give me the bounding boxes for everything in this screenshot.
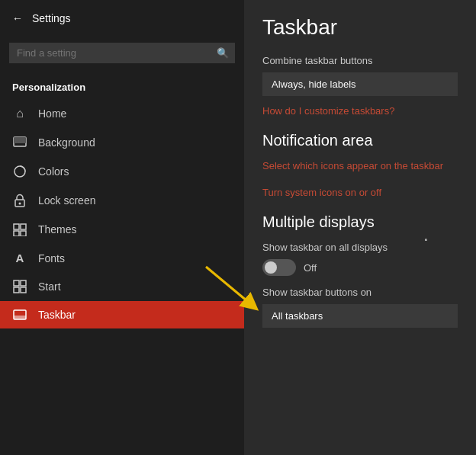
home-icon: ⌂ — [12, 107, 27, 120]
taskbar-icon — [12, 309, 27, 320]
svg-rect-10 — [21, 280, 26, 286]
sidebar-item-background[interactable]: Background — [0, 128, 244, 157]
taskbar-buttons-dropdown[interactable]: All taskbars — [262, 304, 458, 328]
svg-rect-11 — [14, 287, 19, 293]
sidebar-item-colors[interactable]: Colors — [0, 157, 244, 186]
colors-icon — [12, 165, 27, 178]
svg-rect-1 — [14, 137, 26, 143]
nav-label-colors: Colors — [38, 165, 69, 178]
main-content: Taskbar Combine taskbar buttons Always, … — [244, 0, 476, 455]
toggle-row: Off — [262, 259, 458, 276]
search-icon: 🔍 — [217, 47, 229, 59]
multiple-displays-heading: Multiple displays — [262, 213, 458, 231]
personalization-label: Personalization — [0, 69, 244, 99]
combine-dropdown[interactable]: Always, hide labels — [262, 72, 458, 96]
svg-rect-5 — [14, 224, 19, 229]
toggle-knob — [265, 261, 277, 274]
turn-system-link[interactable]: Turn system icons on or off — [262, 187, 458, 198]
lock-icon — [12, 194, 27, 207]
sidebar-item-taskbar[interactable]: Taskbar — [0, 301, 244, 328]
settings-title: Settings — [32, 12, 71, 24]
svg-rect-7 — [14, 231, 19, 236]
search-input[interactable] — [9, 43, 235, 63]
taskbar-toggle[interactable] — [262, 259, 296, 276]
sidebar-header: ← Settings — [0, 0, 244, 37]
svg-rect-9 — [14, 280, 19, 286]
svg-rect-14 — [14, 316, 26, 319]
search-bar: 🔍 — [9, 43, 235, 63]
nav-label-home: Home — [38, 107, 66, 120]
nav-label-fonts: Fonts — [38, 252, 65, 264]
show-taskbar-buttons-label: Show taskbar buttons on — [262, 287, 458, 298]
start-icon — [12, 280, 27, 293]
svg-rect-8 — [21, 231, 26, 236]
sidebar-item-home[interactable]: ⌂ Home — [0, 99, 244, 128]
back-icon: ← — [12, 12, 23, 24]
sidebar-item-fonts[interactable]: A Fonts — [0, 244, 244, 272]
background-icon — [12, 136, 27, 149]
themes-icon — [12, 223, 27, 236]
show-taskbar-label: Show taskbar on all displays — [262, 242, 458, 253]
sidebar-item-themes[interactable]: Themes — [0, 215, 244, 244]
notification-heading: Notification area — [262, 132, 458, 149]
sidebar-nav: ⌂ Home Background — [0, 99, 244, 328]
svg-rect-6 — [21, 224, 26, 229]
sidebar-item-lock-screen[interactable]: Lock screen — [0, 186, 244, 215]
back-button[interactable]: ← — [12, 12, 23, 24]
combine-label: Combine taskbar buttons — [262, 55, 458, 66]
nav-label-taskbar: Taskbar — [38, 309, 76, 321]
page-title: Taskbar — [262, 15, 458, 40]
customize-link[interactable]: How do I customize taskbars? — [262, 105, 458, 117]
sidebar-item-start[interactable]: Start — [0, 272, 244, 301]
svg-rect-12 — [21, 287, 26, 293]
nav-label-background: Background — [38, 136, 95, 149]
nav-label-themes: Themes — [38, 223, 77, 236]
nav-label-lock-screen: Lock screen — [38, 194, 95, 207]
toggle-label: Off — [304, 262, 317, 274]
nav-label-start: Start — [38, 280, 61, 293]
select-icons-link[interactable]: Select which icons appear on the taskbar — [262, 160, 458, 171]
svg-point-4 — [19, 203, 21, 205]
fonts-icon: A — [12, 252, 27, 264]
